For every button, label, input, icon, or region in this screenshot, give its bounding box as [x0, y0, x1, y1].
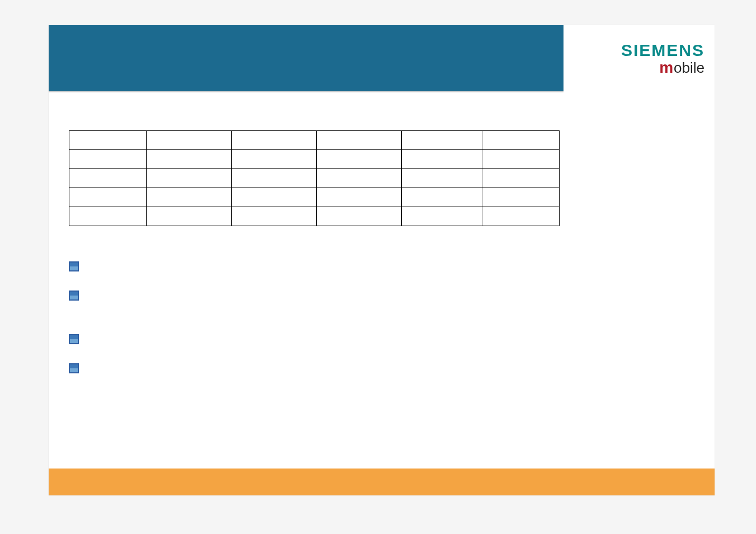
bullet-list [69, 260, 87, 391]
page-canvas: SIEMENS mobile [0, 0, 756, 534]
table-cell [317, 169, 402, 188]
table-cell [147, 188, 232, 207]
list-item [69, 260, 87, 274]
svg-rect-11 [70, 364, 78, 368]
table-cell [482, 169, 560, 188]
table-header-cell [482, 131, 560, 150]
table-cell [482, 150, 560, 169]
table-header-cell [147, 131, 232, 150]
table-cell [147, 169, 232, 188]
table-cell [69, 150, 147, 169]
table-cell [147, 207, 232, 226]
logo-siemens-word: SIEMENS [621, 41, 705, 59]
footer-bar [49, 469, 715, 495]
list-item [69, 289, 87, 303]
table-cell [69, 207, 147, 226]
square-bullet-icon [69, 334, 79, 344]
table-cell [402, 169, 482, 188]
logo-mobile-word: mobile [621, 59, 705, 77]
table-header-cell [69, 131, 147, 150]
square-bullet-icon [69, 363, 79, 373]
table-cell [232, 207, 317, 226]
svg-rect-2 [70, 263, 78, 266]
table-cell [147, 150, 232, 169]
data-table [69, 130, 560, 226]
header-bar [49, 25, 564, 91]
slide-body [49, 91, 564, 494]
table-cell [232, 150, 317, 169]
logo-mobile-m: m [659, 59, 673, 77]
brand-logo: SIEMENS mobile [621, 41, 705, 77]
table-cell [317, 188, 402, 207]
table-cell [482, 188, 560, 207]
logo-mobile-obile: obile [674, 59, 705, 76]
table-cell [69, 169, 147, 188]
svg-rect-8 [70, 335, 78, 339]
square-bullet-icon [69, 261, 79, 271]
table-cell [232, 188, 317, 207]
table-cell [69, 188, 147, 207]
table-cell [482, 207, 560, 226]
table-header-cell [232, 131, 317, 150]
data-table-wrap [69, 130, 560, 226]
table-cell [402, 188, 482, 207]
table-row [69, 169, 560, 188]
table-row [69, 188, 560, 207]
table-header-cell [402, 131, 482, 150]
list-item [69, 333, 87, 346]
table-cell [232, 169, 317, 188]
table-header-cell [317, 131, 402, 150]
list-item [69, 362, 87, 376]
table-cell [317, 207, 402, 226]
table-header-row [69, 131, 560, 150]
square-bullet-icon [69, 291, 79, 301]
slide: SIEMENS mobile [49, 25, 715, 495]
table-cell [317, 150, 402, 169]
table-cell [402, 207, 482, 226]
table-row [69, 207, 560, 226]
table-row [69, 150, 560, 169]
table-cell [402, 150, 482, 169]
svg-rect-5 [70, 292, 78, 296]
